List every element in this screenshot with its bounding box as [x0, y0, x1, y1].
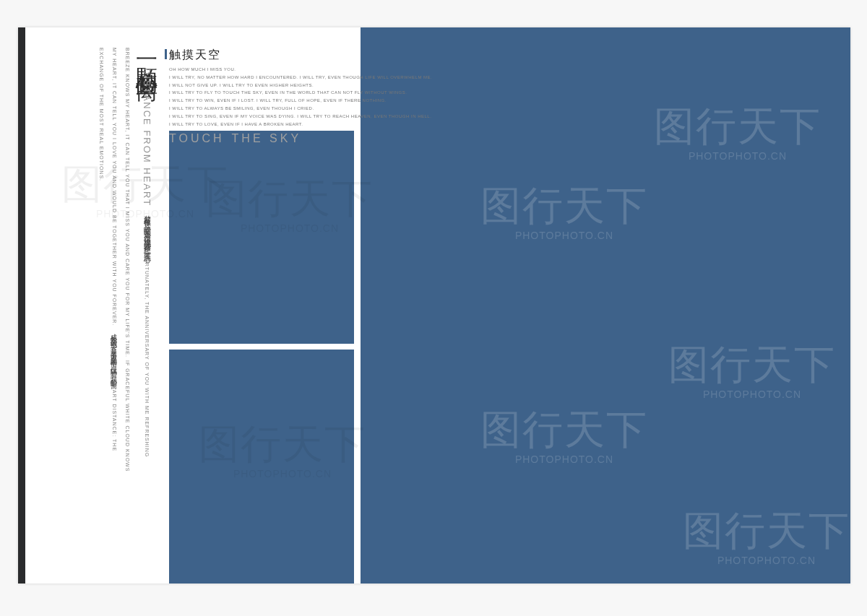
touch-line: I WILL TRY TO LOVE, EVEN IF I HAVE A BRO…: [169, 121, 473, 129]
touch-en-1: TOUCH: [169, 132, 225, 144]
photo-placeholder-bottom: [169, 350, 354, 584]
accent-bar: [165, 49, 167, 59]
touch-line: I WILL TRY, NO MATTER HOW HARD I ENCOUNT…: [169, 74, 473, 82]
binding-spine: [18, 27, 25, 584]
touch-line: I WILL TRY TO FLY TO TOUCH THE SKY, EVEN…: [169, 89, 473, 97]
touch-title-en: TOUCHTHE SKY: [169, 132, 473, 145]
touch-en-2: THE SKY: [232, 132, 301, 144]
vertical-title-block: 一颗心的距离 DISTANCE FROM HEART 梦好像很近 瞬间又远离 很…: [34, 48, 160, 481]
touch-line: OH HOW MUCH I MISS YOU.: [169, 66, 473, 74]
touch-block: 触摸天空 OH HOW MUCH I MISS YOU. I WILL TRY,…: [169, 48, 473, 145]
title-en: DISTANCE FROM HEART: [142, 68, 152, 207]
page-spread: 一颗心的距离 DISTANCE FROM HEART 梦好像很近 瞬间又远离 很…: [18, 27, 850, 584]
touch-line: I WILL TRY TO ALWAYS BE SMILING, EVEN TH…: [169, 105, 473, 113]
footer-cn: 成长蜕变的电影 会是一辈子做不腻的事情 仅仅隔着 一颗心的距离: [111, 329, 118, 378]
photo-placeholder-top: [169, 131, 354, 344]
touch-title-cn: 触摸天空: [169, 48, 473, 63]
subtitle-cn: 梦好像很近 瞬间又远离 很难实现才叫梦想 才要决心: [143, 209, 151, 251]
title-cn: 一颗心的距离: [135, 48, 159, 65]
touch-line: I WILL TRY TO SING, EVEN IF MY VOICE WAS…: [169, 113, 473, 121]
touch-line: I WILL TRY TO WIN, EVEN IF I LOST. I WIL…: [169, 97, 473, 105]
touch-line: I WILL NOT GIVE UP. I WILL TRY TO EVEN H…: [169, 82, 473, 90]
